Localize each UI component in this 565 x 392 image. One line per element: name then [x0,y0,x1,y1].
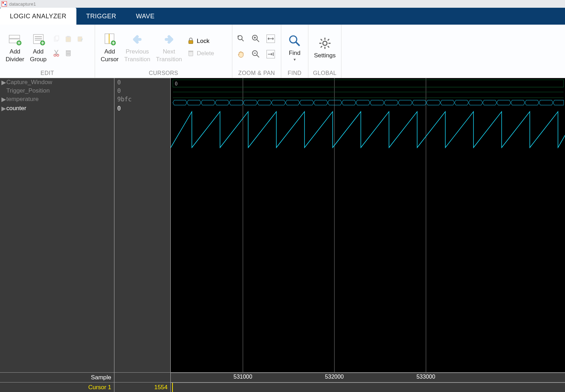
workspace: ▶Capture_Window Trigger_Position ▶temper… [0,78,565,392]
titlebar: datacapture1 [0,0,565,8]
signal-row-temperature[interactable]: ▶temperature [0,95,114,103]
ribbon-group-edit: Add Divider Add Group EDIT [0,25,95,78]
arrow-right-icon [161,32,177,47]
add-cursor-icon [102,32,118,47]
ribbon-group-edit-label: EDIT [0,70,95,78]
svg-line-40 [296,42,300,46]
previous-transition-label: Previous Transition [124,48,150,63]
axis-tick-0: 531000 [233,374,252,380]
value-capture-window: 0 [114,78,170,87]
svg-rect-53 [173,80,564,87]
paste-link-icon [75,34,85,44]
svg-point-41 [323,41,327,45]
delete-button[interactable]: Delete [185,49,216,59]
add-group-button[interactable]: Add Group [27,30,49,65]
ribbon-group-zoom-pan-label: ZOOM & PAN [232,70,281,78]
lock-icon [187,37,195,46]
signal-values-column: 0 0 9bfc 0 [114,78,171,372]
lock-button[interactable]: Lock [185,36,216,46]
svg-line-49 [321,46,322,48]
signal-names-column: ▶Capture_Window Trigger_Position ▶temper… [0,78,114,372]
add-group-label: Add Group [30,48,46,63]
cursor-handle[interactable] [172,383,173,392]
time-axis[interactable]: 531000 532000 533000 [171,373,565,382]
delete-trash-icon[interactable] [63,48,73,58]
axis-tick-2: 533000 [416,374,435,380]
add-divider-button[interactable]: Add Divider [3,30,27,65]
ribbon: Add Divider Add Group EDIT [0,25,565,78]
find-button[interactable]: Find ▾ [284,32,305,63]
svg-rect-12 [55,36,59,40]
sample-label: Sample [0,373,114,382]
axis-tick-1: 532000 [325,374,344,380]
svg-text:0: 0 [175,80,177,87]
svg-line-48 [328,39,329,40]
settings-button[interactable]: Settings [311,34,338,61]
expand-icon[interactable]: ▶ [1,96,6,103]
svg-line-32 [257,39,259,42]
window-title: datacapture1 [9,1,36,7]
add-cursor-button[interactable]: Add Cursor [98,30,121,65]
gear-icon [317,36,333,51]
cursor-row: Cursor 1 1554 [0,382,565,392]
tab-bar: LOGIC ANALYZER TRIGGER WAVE [0,8,565,25]
add-cursor-label: Add Cursor [101,48,119,63]
expand-icon[interactable]: ▶ [1,105,6,112]
magnifier-icon [287,33,302,49]
svg-line-36 [257,55,259,57]
copy-icon [51,34,61,44]
lock-label: Lock [197,38,209,45]
ribbon-group-global-label: GLOBAL [308,70,341,78]
add-divider-label: Add Divider [6,48,24,63]
fit-horizontal-icon[interactable] [265,33,277,45]
cursor-value: 1554 [114,382,171,392]
previous-transition-button: Previous Transition [121,30,153,65]
ribbon-spacer [341,25,565,78]
settings-label: Settings [314,52,335,59]
expand-icon[interactable]: ▶ [1,79,6,86]
cut-icon[interactable] [51,48,61,58]
svg-line-30 [241,39,244,41]
ribbon-group-zoom-pan: ZOOM & PAN [232,25,281,78]
svg-line-46 [321,39,322,40]
value-temperature: 9bfc [114,95,170,103]
fit-to-end-icon[interactable] [265,48,277,60]
sample-value [114,373,171,382]
tab-trigger[interactable]: TRIGGER [76,8,126,25]
svg-rect-13 [66,37,71,42]
svg-rect-27 [189,52,193,56]
paste-icon [63,34,73,44]
ribbon-group-find: Find ▾ FIND [281,25,308,78]
value-counter: 0 [114,103,170,135]
zoom-cursor-icon[interactable] [235,33,247,45]
signal-row-capture-window[interactable]: ▶Capture_Window [0,78,114,87]
value-trigger-position: 0 [114,87,170,95]
svg-rect-14 [67,36,70,37]
cursor-track[interactable] [171,382,565,392]
app-icon [1,1,7,7]
zoom-out-icon[interactable] [250,48,262,60]
ribbon-group-global: Settings GLOBAL [308,25,341,78]
svg-rect-28 [188,51,193,52]
next-transition-label: Next Transition [156,48,182,63]
waveform-area[interactable]: 0 [171,78,565,372]
signal-row-trigger-position[interactable]: Trigger_Position [0,87,114,95]
delete-label: Delete [197,50,214,57]
bottom-rows: Sample 531000 532000 533000 Cursor 1 155… [0,372,565,392]
tab-logic-analyzer[interactable]: LOGIC ANALYZER [0,8,76,25]
waveform-canvas: 0 [171,78,565,372]
tab-wave[interactable]: WAVE [126,8,164,25]
svg-rect-15 [78,37,82,42]
arrow-left-icon [130,32,145,47]
zoom-in-icon[interactable] [250,33,262,45]
svg-rect-26 [189,40,193,44]
find-label: Find [289,49,300,57]
signal-row-counter[interactable]: ▶counter [0,103,114,135]
chevron-down-icon: ▾ [294,57,296,62]
ribbon-group-cursors: Add Cursor Previous Transition Next Tran… [95,25,232,78]
svg-rect-19 [66,50,71,51]
next-transition-button: Next Transition [153,30,185,65]
pan-hand-icon[interactable] [235,48,247,60]
add-group-icon [31,32,46,47]
cursor-label: Cursor 1 [0,382,114,392]
